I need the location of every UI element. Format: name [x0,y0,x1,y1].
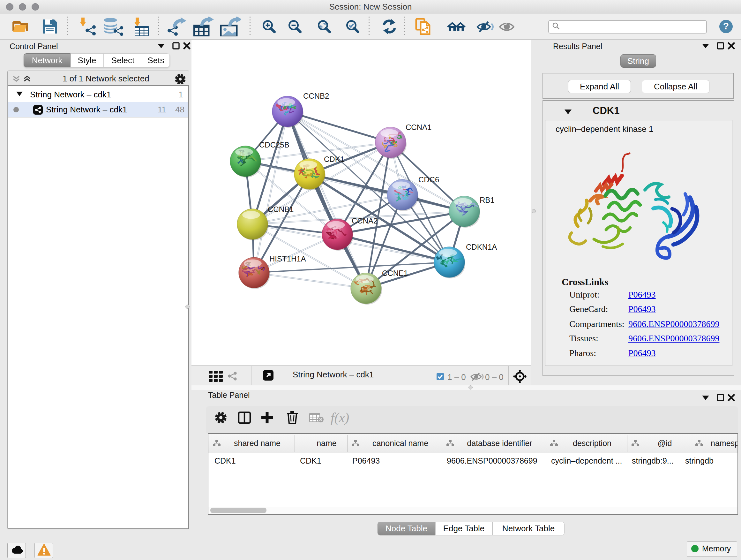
svg-text:CCNB1: CCNB1 [268,205,293,213]
svg-text:RB1: RB1 [480,196,495,204]
svg-text:CDC25B: CDC25B [259,140,289,149]
svg-text:CCNA2: CCNA2 [352,216,378,225]
svg-text:CCNE1: CCNE1 [382,269,408,277]
svg-text:CDKN1A: CDKN1A [466,243,497,251]
svg-text:?: ? [723,21,729,31]
svg-text:CDC6: CDC6 [418,175,439,184]
svg-text:CDK1: CDK1 [324,155,344,164]
svg-text:HIST1H1A: HIST1H1A [269,254,306,263]
svg-text:CCNA1: CCNA1 [406,123,431,132]
svg-text:CCNB2: CCNB2 [303,91,329,100]
